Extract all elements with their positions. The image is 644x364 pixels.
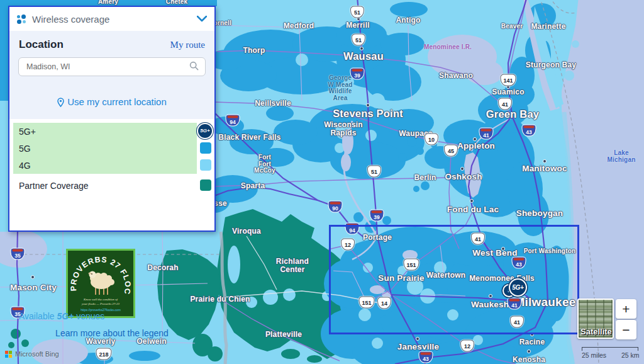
legend-swatch-5g-plus: 5G+ <box>197 123 213 139</box>
microsoft-logo-icon <box>5 351 12 358</box>
scale-km: 25 km <box>621 351 640 359</box>
panel-header: Wireless coverage <box>9 7 214 31</box>
my-route-link[interactable]: My route <box>170 40 205 50</box>
proverbs-27-flocks-logo: PROVERBS 27 FLOCKS Know well the conditi… <box>66 249 135 318</box>
coverage-dots-icon <box>17 14 26 24</box>
legend-row-partner: Partner Coverage <box>13 177 197 194</box>
panel-title: Wireless coverage <box>32 14 197 25</box>
legend-row-5g: 5G <box>13 140 197 157</box>
collapse-chevron-icon[interactable] <box>197 13 207 25</box>
location-section: Location My route Use my current locatio… <box>9 31 214 119</box>
wireless-coverage-panel: Wireless coverage Location My route Use … <box>8 6 216 232</box>
logo-scripture-line2: your flocks — Proverbs 27:23 <box>81 302 120 305</box>
sheep-illustration <box>89 271 115 295</box>
legend-label-5g-plus: 5G+ <box>13 127 36 137</box>
legend-label-4g: 4G <box>13 161 31 171</box>
location-pin-icon <box>57 98 64 107</box>
satellite-view-button[interactable]: Satellite <box>577 299 614 339</box>
legend-swatch-4g <box>200 159 211 171</box>
attribution-text: Microsoft Bing <box>15 350 59 358</box>
legend-label-5g: 5G <box>13 144 31 154</box>
legend-row-5g-plus: 5G+ <box>13 123 197 140</box>
zoom-out-button[interactable]: − <box>616 320 636 339</box>
logo-scripture-line1: Know well the condition of <box>83 298 118 301</box>
location-search-input[interactable] <box>25 62 189 72</box>
zoom-in-button[interactable]: + <box>616 299 636 319</box>
bing-attribution: Microsoft Bing <box>5 350 59 358</box>
coverage-map-app: AmeryChetekCornellMedfordMerrillAntigoBe… <box>0 0 644 364</box>
map-scale-bar <box>582 347 638 351</box>
search-icon[interactable] <box>189 61 199 73</box>
legend-swatch-5g <box>200 142 211 154</box>
location-label: Location <box>19 38 170 51</box>
learn-more-legend-link[interactable]: Learn more about the legend <box>9 328 214 338</box>
coverage-highlight-rect <box>329 225 579 334</box>
location-search-box <box>18 57 206 76</box>
legend-swatch-partner <box>200 179 211 191</box>
legend-section: 5G+ 5G 4G Partner Coverage 5G+ Available… <box>9 119 214 230</box>
satellite-label: Satellite <box>580 327 612 336</box>
scale-miles: 25 miles <box>582 351 606 359</box>
available-venues-link[interactable]: Available 5G+ venues <box>19 311 104 321</box>
legend-row-4g: 4G <box>13 157 197 174</box>
legend-label-partner: Partner Coverage <box>13 181 89 191</box>
use-current-location-link[interactable]: Use my current location <box>9 96 214 107</box>
